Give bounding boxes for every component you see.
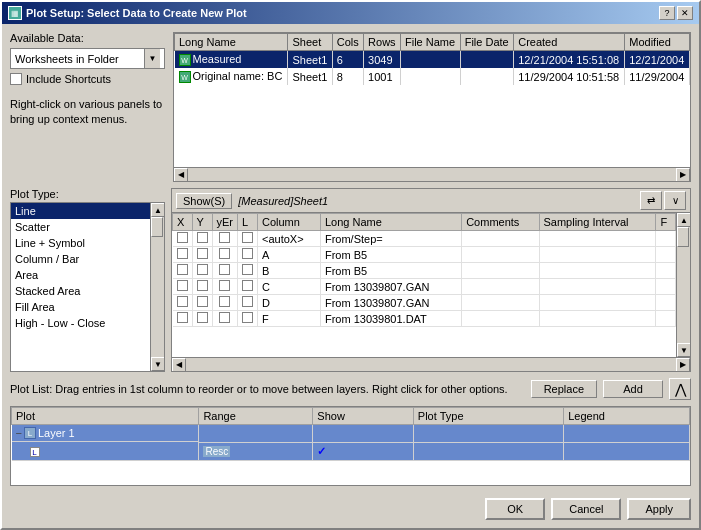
y-check[interactable] [197,264,208,275]
table-row[interactable]: F From 13039801.DAT [173,311,676,327]
expand-button[interactable]: ∨ [664,191,686,210]
table-row[interactable]: WMeasured Sheet1 6 3049 12/21/2004 15:51… [175,51,690,69]
plot-col-legend: Legend [564,408,690,425]
y-check[interactable] [197,232,208,243]
list-item[interactable]: Column / Bar [11,251,164,267]
data-h-scroll-track [186,358,676,372]
scroll-up-btn[interactable]: ▲ [151,203,165,217]
table-row[interactable]: D From 13039807.GAN [173,295,676,311]
h-scroll-right-btn[interactable]: ▶ [676,168,690,182]
l-check[interactable] [242,280,253,291]
y-check[interactable] [197,296,208,307]
show-button[interactable]: Show(S) [176,193,232,209]
data-h-scroll-left[interactable]: ◀ [172,358,186,372]
table-row[interactable]: C From 13039807.GAN [173,279,676,295]
yer-check[interactable] [219,248,230,259]
replace-button[interactable]: Replace [531,380,597,398]
list-item[interactable]: Scatter [11,219,164,235]
l-check[interactable] [242,232,253,243]
ok-button[interactable]: OK [485,498,545,520]
col-y: Y [192,214,212,231]
collapse-icon: − [16,427,22,439]
list-item[interactable]: Line + Symbol [11,235,164,251]
h-scroll-left-btn[interactable]: ◀ [174,168,188,182]
x-check[interactable] [177,232,188,243]
table-row[interactable]: <autoX> From/Step= [173,231,676,247]
plot-type-vscrollbar[interactable]: ▲ ▼ [150,203,164,371]
show-bar: Show(S) [Measured]Sheet1 ⇄ ∨ [172,189,690,213]
include-shortcuts-checkbox[interactable] [10,73,22,85]
hint-bar-text: Plot List: Drag entries in 1st column to… [10,383,525,395]
file-list-panel: Long Name Sheet Cols Rows File Name File… [173,32,691,182]
data-table-hscrollbar[interactable]: ◀ ▶ [172,357,690,371]
y-check[interactable] [197,312,208,323]
table-row[interactable]: WOriginal name: BC Sheet1 8 1001 11/29/2… [175,68,690,85]
col-comments: Comments [462,214,539,231]
plot-type-icon: L [30,447,40,457]
table-row[interactable]: A From B5 [173,247,676,263]
yer-check[interactable] [219,312,230,323]
plot-list-plot-row[interactable]: L Resc ✓ [12,442,690,460]
show-checkmark[interactable]: ✓ [317,445,326,457]
window-controls: ? ✕ [659,6,693,20]
add-replace-bar: Plot List: Drag entries in 1st column to… [10,378,691,400]
data-scroll-thumb[interactable] [677,227,689,247]
window-title: Plot Setup: Select Data to Create New Pl… [26,7,247,19]
yer-check[interactable] [219,264,230,275]
l-check[interactable] [242,248,253,259]
x-check[interactable] [177,264,188,275]
scroll-thumb[interactable] [151,217,163,237]
table-scroll-area: X Y yEr L Column Long Name Comments Samp… [172,213,690,357]
yer-check[interactable] [219,296,230,307]
left-panel: Available Data: Worksheets in Folder ▼ I… [10,32,165,182]
x-check[interactable] [177,248,188,259]
expand-arrow-button[interactable]: ⋀ [669,378,691,400]
y-check[interactable] [197,248,208,259]
x-check[interactable] [177,280,188,291]
hint-text: Right-click on various panels to bring u… [10,97,165,128]
file-table-hscrollbar[interactable]: ◀ ▶ [174,167,690,181]
title-bar: ▦ Plot Setup: Select Data to Create New … [2,2,699,24]
yer-check[interactable] [219,232,230,243]
list-item[interactable]: Stacked Area [11,283,164,299]
col-longname: Long Name [175,34,288,51]
file-longname: WOriginal name: BC [175,68,288,85]
data-area: X Y yEr L Column Long Name Comments Samp… [172,213,690,371]
plot-type-label: Plot Type: [10,188,165,200]
x-check[interactable] [177,296,188,307]
middle-section: Plot Type: Line Scatter Line + Symbol Co… [10,188,691,372]
list-item[interactable]: Fill Area [11,299,164,315]
close-button[interactable]: ✕ [677,6,693,20]
list-item[interactable]: Line [11,203,164,219]
scroll-down-btn[interactable]: ▼ [151,357,165,371]
window-icon: ▦ [8,6,22,20]
worksheets-dropdown[interactable]: Worksheets in Folder ▼ [10,48,165,69]
l-check[interactable] [242,264,253,275]
add-button[interactable]: Add [603,380,663,398]
list-item[interactable]: High - Low - Close [11,315,164,331]
include-shortcuts-label: Include Shortcuts [26,73,111,85]
plot-list-table: Plot Range Show Plot Type Legend − L [11,407,690,461]
content-area: Available Data: Worksheets in Folder ▼ I… [2,24,699,528]
l-check[interactable] [242,312,253,323]
table-row[interactable]: B From B5 [173,263,676,279]
col-created: Created [514,34,625,51]
data-h-scroll-right[interactable]: ▶ [676,358,690,372]
data-scroll-down-btn[interactable]: ▼ [677,343,690,357]
data-table-vscrollbar[interactable]: ▲ ▼ [676,213,690,357]
apply-button[interactable]: Apply [627,498,691,520]
x-check[interactable] [177,312,188,323]
l-check[interactable] [242,296,253,307]
col-rows: Rows [364,34,401,51]
y-check[interactable] [197,280,208,291]
swap-button[interactable]: ⇄ [640,191,662,210]
col-yer: yEr [212,214,238,231]
plot-list-layer-row[interactable]: − L Layer 1 [12,425,690,443]
plot-type-list: Line Scatter Line + Symbol Column / Bar … [10,202,165,372]
list-item[interactable]: Area [11,267,164,283]
help-button[interactable]: ? [659,6,675,20]
include-shortcuts-row: Include Shortcuts [10,73,165,85]
cancel-button[interactable]: Cancel [551,498,621,520]
data-scroll-up-btn[interactable]: ▲ [677,213,690,227]
yer-check[interactable] [219,280,230,291]
